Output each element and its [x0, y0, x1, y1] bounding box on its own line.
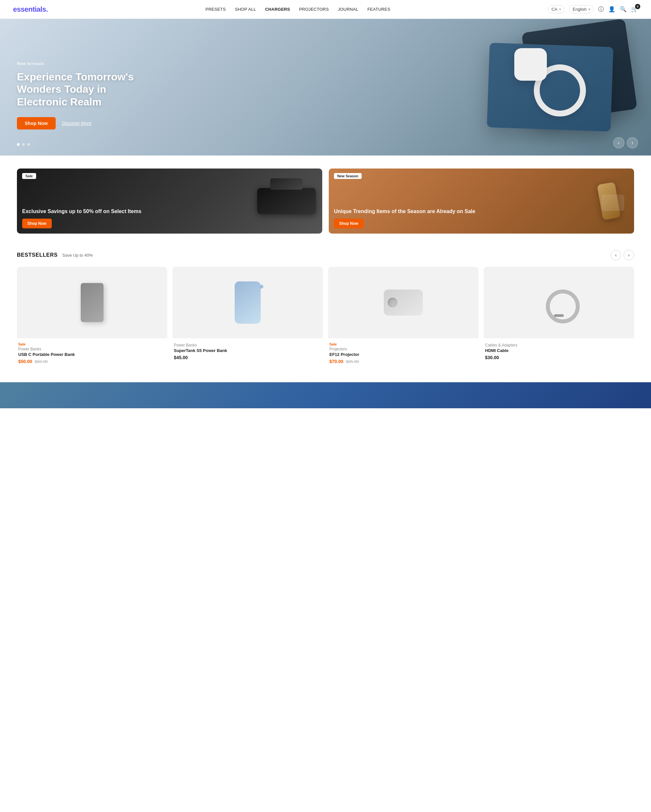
promo-season-title: Unique Trending Items of the Season are … — [334, 208, 582, 215]
header-right: CA ▾ English ▾ ⓘ 👤 🔍 🛒 0 — [548, 5, 638, 13]
promo-hand-image — [602, 195, 624, 211]
product-category-3: Cables & Adapters — [485, 343, 633, 348]
promo-card-sale[interactable]: Sale Exclusive Savings up to 50% off on … — [17, 168, 322, 234]
price-original-2: $85.00 — [346, 359, 359, 364]
section-nav: ‹ › — [611, 250, 634, 260]
hero-arrows: ‹ › — [613, 137, 638, 148]
cable-shape — [541, 290, 577, 316]
promo-device-image — [270, 178, 303, 190]
product-price-2: $70.00 $85.00 — [329, 359, 477, 364]
language-chevron-icon: ▾ — [588, 8, 590, 11]
products-grid: Sale Power Banks USB C Portable Power Ba… — [17, 267, 634, 366]
projector-shape — [384, 290, 423, 316]
hero-content: New Arrivals Experience Tomorrow's Wonde… — [17, 61, 147, 130]
bestsellers-header: BESTSELLERS Save Up to 40% ‹ › — [17, 250, 634, 260]
hero-next-button[interactable]: › — [627, 137, 638, 148]
header-icons: ⓘ 👤 🔍 🛒 0 — [598, 6, 638, 13]
section-title: BESTSELLERS — [17, 252, 58, 258]
product-card-0[interactable]: Sale Power Banks USB C Portable Power Ba… — [17, 267, 167, 366]
nav-presets[interactable]: PRESETS — [205, 7, 226, 12]
product-name-2: EF12 Projector — [329, 352, 477, 357]
logo[interactable]: essentials. — [13, 5, 48, 14]
cart-badge: 0 — [635, 4, 640, 9]
sale-badge-0: Sale — [18, 342, 166, 346]
promo-card-2-content: Unique Trending Items of the Season are … — [334, 208, 582, 228]
hero-discover-more-button[interactable]: Discover More — [62, 121, 92, 126]
info-button[interactable]: ⓘ — [598, 6, 604, 13]
hero-dot-2[interactable] — [22, 143, 25, 146]
product-card-3[interactable]: Cables & Adapters HDMI Cable $30.00 — [484, 267, 634, 366]
promo-card-new-season[interactable]: New Season Unique Trending Items of the … — [329, 168, 634, 234]
language-selector[interactable]: English ▾ — [569, 5, 594, 13]
product-name-1: SuperTank S5 Power Bank — [174, 348, 322, 353]
promo-sale-cta[interactable]: Shop Now — [22, 218, 52, 228]
product-name-0: USB C Portable Power Bank — [18, 352, 166, 357]
product-image-2 — [328, 267, 478, 338]
promo-season-cta[interactable]: Shop Now — [334, 218, 364, 228]
hero-prev-button[interactable]: ‹ — [613, 137, 624, 148]
product-info-2: Sale Projectors EF12 Projector $70.00 $8… — [328, 338, 478, 366]
product-info-1: Power Banks SuperTank S5 Power Bank $45.… — [173, 338, 323, 362]
hero-buttons: Shop Now Discover More — [17, 117, 147, 130]
product-category-1: Power Banks — [174, 343, 322, 348]
country-chevron-icon: ▾ — [559, 8, 561, 11]
site-header: essentials. PRESETS SHOP ALL CHARGERS PR… — [0, 0, 651, 19]
hero-dot-1[interactable] — [17, 143, 20, 146]
section-title-row: BESTSELLERS Save Up to 40% — [17, 252, 93, 258]
hero-dot-3[interactable] — [28, 143, 30, 146]
search-button[interactable]: 🔍 — [620, 6, 627, 13]
product-image-1 — [173, 267, 323, 338]
bestsellers-section: BESTSELLERS Save Up to 40% ‹ › Sale Powe… — [0, 247, 651, 379]
price-current-2: $70.00 — [329, 359, 344, 364]
hero-dots — [17, 143, 30, 146]
promo-season-label: New Season — [334, 173, 362, 179]
hero-shop-now-button[interactable]: Shop Now — [17, 117, 56, 130]
hero-title: Experience Tomorrow's Wonders Today in E… — [17, 70, 147, 108]
price-current-1: $45.00 — [174, 355, 188, 360]
products-next-button[interactable]: › — [623, 250, 634, 260]
promo-sale-label: Sale — [22, 173, 36, 179]
cart-button[interactable]: 🛒 0 — [631, 6, 638, 13]
sale-badge-2: Sale — [329, 342, 477, 346]
product-price-1: $45.00 — [174, 355, 322, 360]
price-current-0: $50.00 — [18, 359, 32, 364]
promo-sale-title: Exclusive Savings up to 50% off on Selec… — [22, 208, 270, 215]
product-card-1[interactable]: Power Banks SuperTank S5 Power Bank $45.… — [173, 267, 323, 366]
price-original-0: $60.00 — [35, 359, 48, 364]
nav-shop-all[interactable]: SHOP ALL — [235, 7, 256, 12]
promo-section: Sale Exclusive Savings up to 50% off on … — [0, 156, 651, 247]
hero-charger-block — [514, 48, 547, 81]
nav-chargers[interactable]: CHARGERS — [265, 7, 290, 12]
bottom-teaser — [0, 382, 651, 408]
product-category-0: Power Banks — [18, 347, 166, 351]
product-price-0: $50.00 $60.00 — [18, 359, 166, 364]
product-image-3 — [484, 267, 634, 338]
product-info-3: Cables & Adapters HDMI Cable $30.00 — [484, 338, 634, 362]
product-image-0 — [17, 267, 167, 338]
powerbank-1-shape — [81, 283, 104, 322]
product-card-2[interactable]: Sale Projectors EF12 Projector $70.00 $8… — [328, 267, 478, 366]
section-subtitle: Save Up to 40% — [62, 253, 93, 258]
main-nav: PRESETS SHOP ALL CHARGERS PROJECTORS JOU… — [205, 7, 390, 12]
products-prev-button[interactable]: ‹ — [611, 250, 621, 260]
product-price-3: $30.00 — [485, 355, 633, 360]
promo-card-1-content: Exclusive Savings up to 50% off on Selec… — [22, 208, 270, 228]
hero-tag: New Arrivals — [17, 61, 147, 66]
price-current-3: $30.00 — [485, 355, 499, 360]
nav-journal[interactable]: JOURNAL — [338, 7, 358, 12]
hero-section: New Arrivals Experience Tomorrow's Wonde… — [0, 19, 651, 156]
product-category-2: Projectors — [329, 347, 477, 351]
language-label: English — [573, 7, 587, 12]
nav-projectors[interactable]: PROJECTORS — [299, 7, 329, 12]
nav-features[interactable]: FEATURES — [367, 7, 390, 12]
country-label: CA — [552, 7, 557, 12]
product-info-0: Sale Power Banks USB C Portable Power Ba… — [17, 338, 167, 366]
product-name-3: HDMI Cable — [485, 348, 633, 353]
account-button[interactable]: 👤 — [608, 6, 615, 13]
country-selector[interactable]: CA ▾ — [548, 5, 564, 13]
powerbank-2-shape — [235, 281, 261, 324]
